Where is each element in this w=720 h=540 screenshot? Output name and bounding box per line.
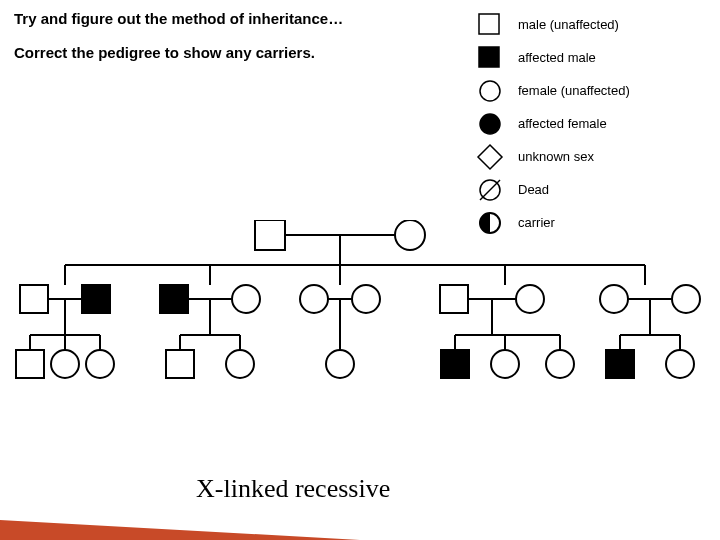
individual-III-6 xyxy=(326,350,354,378)
circle-open-icon xyxy=(476,77,504,105)
legend-unknown-sex: unknown sex xyxy=(476,140,706,173)
legend-dead: Dead xyxy=(476,173,706,206)
legend-male-unaffected: male (unaffected) xyxy=(476,8,706,41)
inheritance-answer: X-linked recessive xyxy=(196,474,390,504)
diamond-icon xyxy=(476,143,504,171)
individual-I-1 xyxy=(255,220,285,250)
individual-III-4 xyxy=(166,350,194,378)
svg-rect-0 xyxy=(479,14,499,34)
individual-III-10 xyxy=(606,350,634,378)
svg-marker-4 xyxy=(478,145,502,169)
individual-I-2 xyxy=(395,220,425,250)
square-filled-icon xyxy=(476,44,504,72)
legend-female-unaffected: female (unaffected) xyxy=(476,74,706,107)
individual-II-2 xyxy=(82,285,110,313)
individual-III-5 xyxy=(226,350,254,378)
gen1 xyxy=(255,220,425,265)
legend-affected-male: affected male xyxy=(476,41,706,74)
individual-II-4 xyxy=(232,285,260,313)
gen2 xyxy=(20,265,700,350)
individual-III-9 xyxy=(546,350,574,378)
instruction-line-2: Correct the pedigree to show any carrier… xyxy=(14,44,315,61)
instruction-line-1: Try and figure out the method of inherit… xyxy=(14,10,343,27)
individual-II-3 xyxy=(160,285,188,313)
legend-label: Dead xyxy=(518,182,549,197)
circle-filled-icon xyxy=(476,110,504,138)
individual-II-1 xyxy=(20,285,48,313)
legend-label: affected male xyxy=(518,50,596,65)
legend-label: male (unaffected) xyxy=(518,17,619,32)
individual-III-8 xyxy=(491,350,519,378)
individual-III-1 xyxy=(16,350,44,378)
individual-II-9 xyxy=(600,285,628,313)
legend-label: affected female xyxy=(518,116,607,131)
individual-II-7 xyxy=(440,285,468,313)
legend-label: female (unaffected) xyxy=(518,83,630,98)
square-open-icon xyxy=(476,11,504,39)
svg-point-3 xyxy=(480,114,500,134)
individual-II-8 xyxy=(516,285,544,313)
legend-label: unknown sex xyxy=(518,149,594,164)
decorative-corner xyxy=(0,520,360,540)
legend-affected-female: affected female xyxy=(476,107,706,140)
individual-II-5 xyxy=(300,285,328,313)
individual-III-11 xyxy=(666,350,694,378)
individual-II-10 xyxy=(672,285,700,313)
legend: male (unaffected) affected male female (… xyxy=(476,8,706,239)
individual-III-2 xyxy=(51,350,79,378)
individual-III-7 xyxy=(441,350,469,378)
pedigree-chart xyxy=(0,220,720,440)
svg-rect-1 xyxy=(479,47,499,67)
individual-III-3 xyxy=(86,350,114,378)
svg-point-2 xyxy=(480,81,500,101)
gen3 xyxy=(16,335,694,378)
circle-slash-icon xyxy=(476,176,504,204)
individual-II-6 xyxy=(352,285,380,313)
